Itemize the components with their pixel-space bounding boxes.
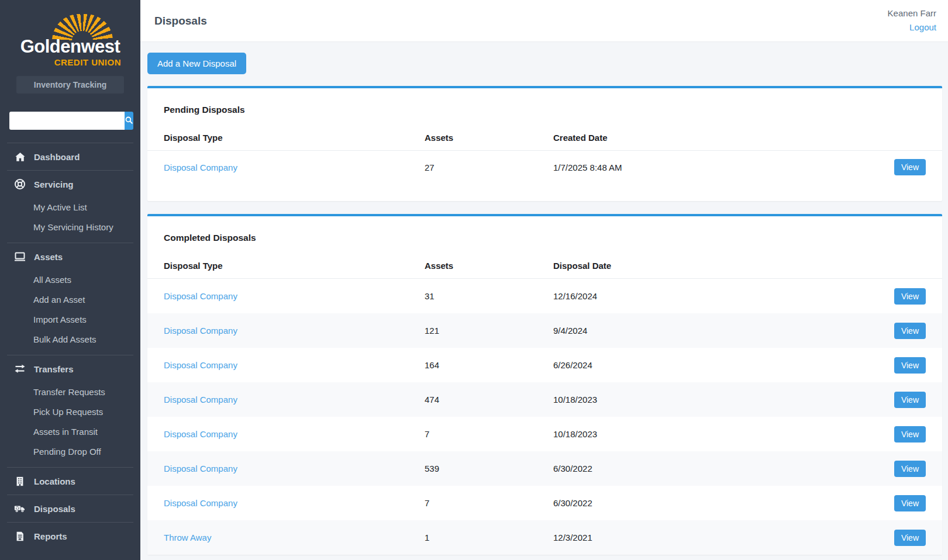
disposal-type-link[interactable]: Disposal Company (164, 395, 237, 405)
table-row: Disposal Company 31 12/16/2024 View (147, 279, 942, 313)
pending-disposals-title: Pending Disposals (147, 105, 942, 115)
completed-disposals-title: Completed Disposals (147, 233, 942, 243)
row-date: 9/4/2024 (553, 326, 888, 336)
sidebar-item-label: Locations (34, 476, 75, 486)
assets-count: 1 (425, 533, 553, 542)
completed-table-header: Disposal Type Assets Disposal Date (147, 261, 942, 279)
sidebar-item-locations[interactable]: Locations (0, 468, 140, 495)
table-row: Disposal Company 121 9/4/2024 View (147, 313, 942, 348)
table-row: Disposal Company 7 6/30/2022 View (147, 486, 942, 520)
sidebar: Goldenwest CREDIT UNION Inventory Tracki… (0, 0, 140, 560)
sidebar-item-bulk-add-assets[interactable]: Bulk Add Assets (0, 330, 140, 350)
desktop-icon (14, 251, 26, 262)
sidebar-item-import-assets[interactable]: Import Assets (0, 310, 140, 330)
disposal-type-link[interactable]: Disposal Company (164, 360, 237, 370)
view-button[interactable]: View (894, 530, 926, 546)
transfer-arrows-icon (14, 363, 26, 375)
home-icon (14, 151, 26, 163)
sidebar-item-my-active-list[interactable]: My Active List (0, 198, 140, 217)
row-date: 12/3/2021 (553, 533, 888, 542)
table-row: Disposal Company 474 10/18/2023 View (147, 382, 942, 417)
view-button[interactable]: View (894, 357, 926, 374)
brand-name: Goldenwest (16, 36, 125, 57)
view-button[interactable]: View (894, 159, 926, 175)
pending-disposals-card: Pending Disposals Disposal Type Assets C… (147, 86, 942, 201)
table-row: Throw Away 1 12/3/2021 View (147, 520, 942, 555)
column-header-disposal-date: Disposal Date (553, 261, 888, 271)
disposal-type-link[interactable]: Disposal Company (164, 464, 237, 473)
row-date: 10/18/2023 (553, 429, 888, 439)
completed-disposals-card: Completed Disposals Disposal Type Assets… (147, 214, 942, 555)
row-date: 6/30/2022 (553, 464, 888, 473)
sidebar-search (9, 112, 129, 130)
disposal-type-link[interactable]: Disposal Company (164, 429, 237, 439)
add-new-disposal-button[interactable]: Add a New Disposal (147, 53, 246, 74)
row-date: 10/18/2023 (553, 395, 888, 405)
assets-count: 121 (425, 326, 553, 336)
sidebar-item-servicing[interactable]: Servicing (0, 171, 140, 198)
sidebar-item-label: Assets (34, 252, 63, 262)
search-button[interactable] (125, 112, 133, 130)
sidebar-item-assets[interactable]: Assets (0, 243, 140, 270)
view-button[interactable]: View (894, 288, 926, 305)
sidebar-item-all-assets[interactable]: All Assets (0, 270, 140, 290)
top-header: Disposals Keanen Farr Logout (140, 0, 948, 42)
life-ring-icon (14, 178, 26, 190)
assets-count: 539 (425, 464, 553, 473)
sidebar-item-my-servicing-history[interactable]: My Servicing History (0, 217, 140, 237)
row-date: 6/30/2022 (553, 498, 888, 508)
sidebar-item-transfers[interactable]: Transfers (0, 355, 140, 382)
view-button[interactable]: View (894, 392, 926, 408)
view-button[interactable]: View (894, 323, 926, 339)
disposal-truck-icon (14, 503, 26, 514)
disposal-type-link[interactable]: Throw Away (164, 533, 211, 542)
view-button[interactable]: View (894, 461, 926, 477)
view-button[interactable]: View (894, 426, 926, 443)
building-icon (14, 475, 26, 487)
main-area: Disposals Keanen Farr Logout Add a New D… (140, 0, 948, 560)
table-row: Disposal Company 164 6/26/2024 View (147, 348, 942, 382)
search-icon (125, 116, 133, 126)
pending-table-header: Disposal Type Assets Created Date (147, 133, 942, 151)
pending-table-body: Disposal Company 27 1/7/2025 8:48 AM Vie… (147, 151, 942, 184)
app-window: Goldenwest CREDIT UNION Inventory Tracki… (0, 0, 948, 560)
logout-link[interactable]: Logout (909, 21, 936, 34)
table-row: Disposal Company 539 6/30/2022 View (147, 451, 942, 486)
sidebar-item-label: Reports (34, 531, 67, 541)
search-input[interactable] (9, 112, 125, 130)
view-button[interactable]: View (894, 495, 926, 511)
page-title: Disposals (154, 15, 207, 27)
assets-count: 7 (425, 429, 553, 439)
sidebar-item-add-an-asset[interactable]: Add an Asset (0, 290, 140, 310)
sidebar-item-reports[interactable]: Reports (0, 523, 140, 549)
sidebar-item-pick-up-requests[interactable]: Pick Up Requests (0, 402, 140, 422)
assets-count: 7 (425, 498, 553, 508)
sidebar-item-label: Transfers (34, 364, 74, 374)
row-date: 6/26/2024 (553, 360, 888, 370)
sidebar-item-transfer-requests[interactable]: Transfer Requests (0, 382, 140, 402)
brand-tagline: CREDIT UNION (54, 57, 121, 67)
column-header-created-date: Created Date (553, 133, 888, 143)
sidebar-item-disposals[interactable]: Disposals (0, 495, 140, 522)
assets-count: 27 (425, 163, 553, 172)
column-header-assets: Assets (425, 261, 553, 271)
page-content: Add a New Disposal Pending Disposals Dis… (140, 42, 948, 560)
app-title-badge: Inventory Tracking (16, 76, 124, 94)
disposal-type-link[interactable]: Disposal Company (164, 326, 237, 336)
row-date: 1/7/2025 8:48 AM (553, 163, 888, 172)
disposal-type-link[interactable]: Disposal Company (164, 291, 237, 301)
disposal-type-link[interactable]: Disposal Company (164, 163, 237, 172)
row-date: 12/16/2024 (553, 291, 888, 301)
sidebar-item-pending-drop-off[interactable]: Pending Drop Off (0, 442, 140, 462)
sidebar-item-label: Servicing (34, 179, 74, 189)
table-row: Disposal Company 7 10/18/2023 View (147, 417, 942, 451)
user-block: Keanen Farr Logout (888, 7, 936, 34)
sidebar-item-label: Disposals (34, 504, 75, 514)
sidebar-nav: Dashboard Servicing My Active List (0, 143, 140, 549)
disposal-type-link[interactable]: Disposal Company (164, 498, 237, 508)
completed-table-body: Disposal Company 31 12/16/2024 View Disp… (147, 279, 942, 555)
sidebar-item-label: Dashboard (34, 152, 80, 162)
goldenwest-logo: Goldenwest CREDIT UNION (16, 14, 125, 70)
sidebar-item-dashboard[interactable]: Dashboard (0, 143, 140, 170)
sidebar-item-assets-in-transit[interactable]: Assets in Transit (0, 422, 140, 442)
